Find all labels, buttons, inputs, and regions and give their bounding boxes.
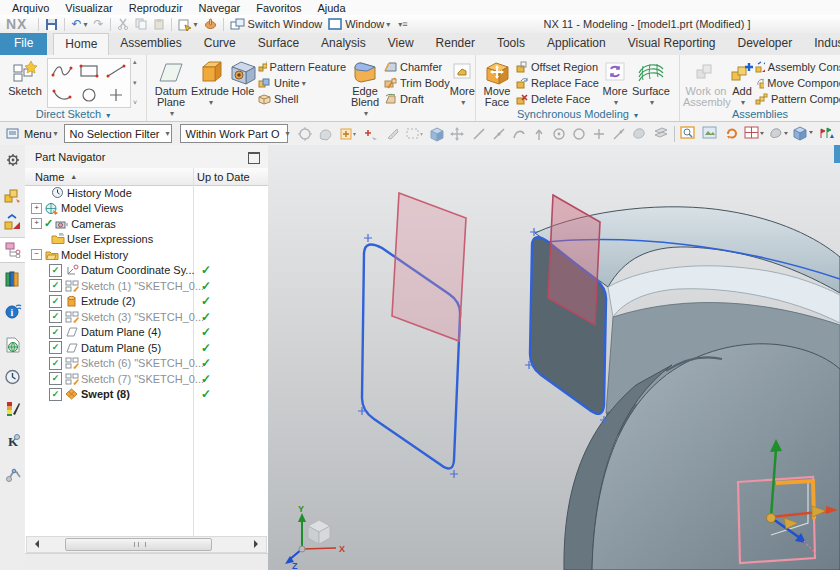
- feature-checkbox[interactable]: ✓: [49, 372, 62, 385]
- feature-checkbox[interactable]: ✓: [49, 326, 62, 339]
- trim-tool-button[interactable]: [388, 129, 398, 139]
- assembly-constraints-button[interactable]: Assembly Constr: [755, 59, 840, 75]
- edge-blend-button[interactable]: Edge Blend▾: [346, 57, 384, 119]
- snap-intersection-button[interactable]: [536, 130, 542, 140]
- tree-row-cameras[interactable]: + ✓ Cameras: [25, 216, 268, 232]
- add-component-button[interactable]: Add▾: [729, 57, 755, 108]
- offset-region-button[interactable]: Offset Region: [515, 59, 599, 75]
- undo-button[interactable]: ↶▾: [68, 16, 90, 32]
- system-visualization-button[interactable]: [0, 463, 25, 487]
- feature-checkbox[interactable]: ✓: [49, 341, 62, 354]
- group-dialog-launcher[interactable]: ▾: [634, 111, 638, 120]
- cut-button[interactable]: [114, 16, 132, 32]
- menu-ajuda[interactable]: Ajuda: [309, 2, 353, 14]
- feature-checkbox[interactable]: ✓: [49, 264, 62, 277]
- group-dialog-launcher[interactable]: ▾: [106, 111, 110, 120]
- part-navigator-button[interactable]: [0, 237, 25, 263]
- draft-button[interactable]: Draft: [384, 91, 450, 107]
- general-selection-button[interactable]: [320, 130, 331, 140]
- shaded-select-button[interactable]: [431, 128, 443, 141]
- shell-button[interactable]: Shell: [258, 91, 346, 107]
- menu-visualizar[interactable]: Visualizar: [57, 2, 121, 14]
- tab-developer[interactable]: Developer: [727, 33, 804, 55]
- reuse-library-button[interactable]: [0, 267, 25, 291]
- tab-visual-reporting[interactable]: Visual Reporting: [617, 33, 727, 55]
- model-canvas[interactable]: Y X Z: [268, 145, 840, 570]
- feature-checkbox[interactable]: ✓: [49, 295, 62, 308]
- move-handle-button[interactable]: [450, 127, 464, 141]
- viewport-corner-widget[interactable]: [834, 145, 840, 163]
- tree-row-history-mode[interactable]: History Mode: [25, 185, 268, 201]
- move-face-button[interactable]: Move Face: [479, 57, 515, 108]
- tab-home[interactable]: Home: [53, 33, 109, 55]
- snap-point-on-face-button[interactable]: [633, 128, 643, 137]
- tab-application[interactable]: Application: [536, 33, 617, 55]
- tab-view[interactable]: View: [377, 33, 425, 55]
- feature-more-button[interactable]: More▾: [450, 57, 475, 108]
- datum-plane-4-object[interactable]: [392, 193, 466, 341]
- unite-button[interactable]: Unite▾: [258, 75, 346, 91]
- refresh-view-button[interactable]: [727, 129, 736, 138]
- tree-row-model-history[interactable]: − Model History: [25, 247, 268, 263]
- snap-existing-point-button[interactable]: [594, 129, 604, 139]
- work-on-assembly-button[interactable]: Work on Assembly: [683, 57, 729, 108]
- tab-render[interactable]: Render: [425, 33, 486, 55]
- navigator-gear-button[interactable]: [0, 148, 25, 172]
- assembly-navigator-button[interactable]: [0, 183, 25, 207]
- constraint-navigator-button[interactable]: [0, 210, 25, 234]
- window-menu-button[interactable]: Window ▾: [325, 16, 393, 32]
- tree-row-model-views[interactable]: + Model Views: [25, 201, 268, 217]
- column-up-to-date[interactable]: Up to Date: [197, 171, 250, 183]
- datum-plane-button[interactable]: Datum Plane▾: [150, 57, 192, 119]
- graphics-viewport[interactable]: Y X Z: [268, 145, 840, 570]
- touch-mode-button[interactable]: [201, 16, 220, 32]
- menu-reproduzir[interactable]: Reproduzir: [121, 2, 191, 14]
- column-name[interactable]: Name: [25, 171, 64, 183]
- gallery-expand-button[interactable]: ˅: [133, 99, 137, 106]
- feature-checkbox[interactable]: ✓: [49, 388, 62, 401]
- line-button[interactable]: [103, 59, 130, 83]
- point-dialog-button[interactable]: [341, 129, 356, 139]
- roles-button[interactable]: K: [0, 429, 25, 453]
- gallery-up-button[interactable]: ▴: [133, 58, 137, 66]
- pattern-component-button[interactable]: Pattern Compon: [755, 91, 840, 107]
- sort-ascending-icon[interactable]: ▲: [70, 173, 77, 180]
- surface-button[interactable]: Surface▾: [631, 57, 671, 108]
- qat-customize-button[interactable]: ▾≡: [393, 16, 410, 32]
- history-palette-button[interactable]: [0, 365, 25, 389]
- view-markers-button[interactable]: [821, 128, 834, 138]
- menu-arquivo[interactable]: Arquivo: [4, 2, 57, 14]
- paste-button[interactable]: [150, 16, 168, 32]
- selection-filter-dropdown[interactable]: No Selection Filter▾: [64, 124, 172, 143]
- expand-toggle[interactable]: +: [31, 218, 42, 229]
- snap-control-point-button[interactable]: [514, 131, 524, 138]
- tree-row-extrude-2[interactable]: ✓ Extrude (2) ✓: [25, 294, 268, 310]
- tree-row-sketch-6[interactable]: ✓ Sketch (6) "SKETCH_0... ✓: [25, 356, 268, 372]
- tree-row-sketch-1[interactable]: ✓ Sketch (1) "SKETCH_0... ✓: [25, 278, 268, 294]
- visual-reports-button[interactable]: [0, 397, 25, 421]
- scroll-right-arrow[interactable]: [254, 540, 262, 548]
- fit-view-button[interactable]: [703, 127, 716, 138]
- hd3d-tools-button[interactable]: [0, 333, 25, 357]
- web-browser-button[interactable]: i: [0, 299, 25, 323]
- tree-row-sketch-3[interactable]: ✓ Sketch (3) "SKETCH_0... ✓: [25, 309, 268, 325]
- tab-tools[interactable]: Tools: [486, 33, 536, 55]
- extrude-button[interactable]: Extrude▾: [192, 57, 228, 108]
- save-button[interactable]: [42, 16, 61, 32]
- rectangle-select-button[interactable]: [407, 129, 423, 138]
- add-point-button[interactable]: [365, 130, 377, 140]
- trim-body-button[interactable]: Trim Body: [384, 75, 450, 91]
- tree-row-datum-csys[interactable]: ✓ Datum Coordinate Sy... ✓: [25, 263, 268, 279]
- window-layout-button[interactable]: [745, 127, 764, 138]
- gallery-down-button[interactable]: ▾: [133, 79, 137, 87]
- redo-button[interactable]: ↷: [91, 16, 107, 32]
- scroll-left-arrow[interactable]: [31, 540, 39, 548]
- snap-settings-button[interactable]: [298, 127, 312, 141]
- rectangle-button[interactable]: [75, 59, 102, 83]
- render-style-button[interactable]: [771, 128, 788, 137]
- pattern-feature-button[interactable]: Pattern Feature: [258, 59, 346, 75]
- horizontal-scrollbar[interactable]: [26, 536, 267, 553]
- undock-window-icon[interactable]: [248, 152, 260, 164]
- tab-industry[interactable]: Industry: [803, 33, 840, 55]
- move-component-button[interactable]: Move Componen: [755, 75, 840, 91]
